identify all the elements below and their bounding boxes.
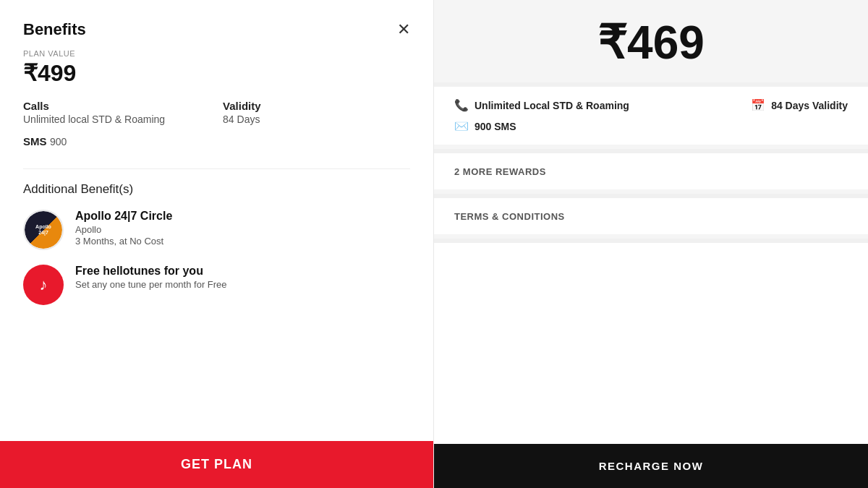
- price-header: ₹469: [434, 0, 868, 82]
- calls-feature-text: Unlimited Local STD & Roaming: [475, 100, 629, 111]
- validity-section: Validity 84 Days: [223, 100, 261, 125]
- apollo-benefit-detail: 3 Months, at No Cost: [75, 236, 172, 247]
- benefit-info-hellotunes: Free hellotunes for you Set any one tune…: [75, 265, 227, 290]
- benefit-info-apollo: Apollo 24|7 Circle Apollo 3 Months, at N…: [75, 210, 172, 247]
- plan-value-amount: ₹499: [23, 59, 410, 87]
- right-panel: ₹469 📞 Unlimited Local STD & Roaming 📅 8…: [434, 0, 868, 488]
- sms-section: SMS 900: [23, 135, 410, 148]
- left-panel: Benefits ✕ PLAN VALUE ₹499 Calls Unlimit…: [0, 0, 434, 488]
- features-row: 📞 Unlimited Local STD & Roaming 📅 84 Day…: [454, 98, 848, 112]
- bottom-bar-left: GET PLAN: [0, 441, 433, 488]
- hellotunes-benefit-name: Free hellotunes for you: [75, 265, 227, 278]
- hellotunes-icon: ♪: [23, 265, 64, 305]
- apollo-icon: Apollo24|7: [23, 210, 64, 250]
- rewards-label: 2 MORE REWARDS: [454, 166, 546, 177]
- empty-section: [434, 243, 868, 444]
- close-button[interactable]: ✕: [397, 22, 410, 38]
- divider: [23, 168, 410, 169]
- additional-benefits-title: Additional Benefit(s): [23, 182, 410, 197]
- features-section: 📞 Unlimited Local STD & Roaming 📅 84 Day…: [434, 87, 868, 145]
- benefits-title: Benefits: [23, 20, 86, 39]
- benefit-item-hellotunes: ♪ Free hellotunes for you Set any one tu…: [23, 265, 410, 305]
- calendar-icon: 📅: [751, 98, 765, 112]
- phone-icon: 📞: [454, 98, 469, 112]
- sms-icon: ✉️: [454, 119, 469, 133]
- apollo-benefit-provider: Apollo: [75, 224, 172, 235]
- validity-feature-text: 84 Days Validity: [771, 100, 848, 111]
- sms-feature-text: 900 SMS: [475, 121, 516, 132]
- panel-header: Benefits ✕: [23, 20, 410, 39]
- sms-value: 900: [50, 136, 67, 147]
- recharge-now-button[interactable]: RECHARGE NOW: [434, 444, 868, 488]
- validity-label: Validity: [223, 100, 261, 112]
- sms-label: SMS: [23, 135, 47, 147]
- tc-section[interactable]: TERMS & CONDITIONS: [434, 198, 868, 234]
- rewards-section[interactable]: 2 MORE REWARDS: [434, 153, 868, 189]
- validity-feature: 📅 84 Days Validity: [751, 98, 848, 112]
- sms-feature-row: ✉️ 900 SMS: [454, 119, 848, 133]
- calls-section: Calls Unlimited local STD & Roaming: [23, 100, 165, 125]
- validity-value: 84 Days: [223, 114, 261, 125]
- calls-feature: 📞 Unlimited Local STD & Roaming: [454, 98, 629, 112]
- benefit-item-apollo: Apollo24|7 Apollo 24|7 Circle Apollo 3 M…: [23, 210, 410, 250]
- calls-value: Unlimited local STD & Roaming: [23, 114, 165, 125]
- hellotunes-benefit-detail: Set any one tune per month for Free: [75, 279, 227, 290]
- calls-label: Calls: [23, 100, 165, 112]
- tc-label: TERMS & CONDITIONS: [454, 211, 565, 222]
- price-amount: ₹469: [456, 16, 846, 69]
- hellotunes-icon-symbol: ♪: [40, 275, 48, 294]
- plan-value-label: PLAN VALUE: [23, 49, 410, 58]
- calls-validity-row: Calls Unlimited local STD & Roaming Vali…: [23, 100, 410, 125]
- apollo-benefit-name: Apollo 24|7 Circle: [75, 210, 172, 223]
- get-plan-button[interactable]: GET PLAN: [0, 441, 433, 488]
